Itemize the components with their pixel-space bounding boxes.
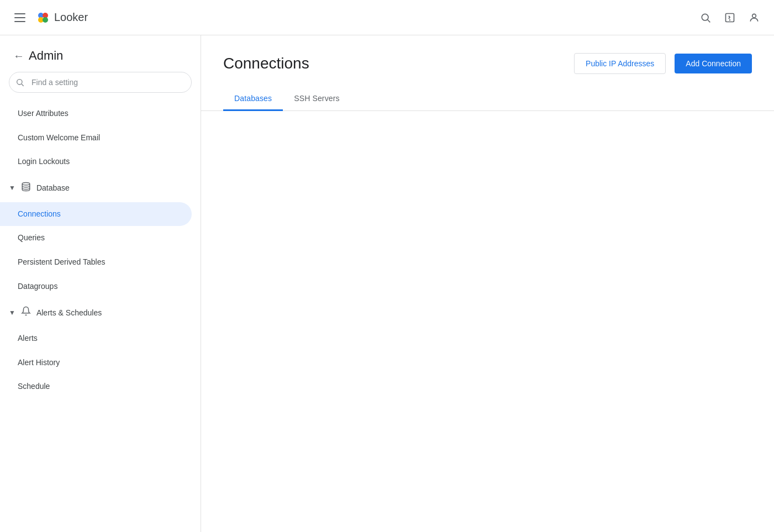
chevron-down-icon: ▼ [9,309,15,317]
sidebar-item-user-attributes[interactable]: User Attributes [0,102,192,126]
sidebar-item-alert-history[interactable]: Alert History [0,351,192,375]
bell-icon [21,306,31,319]
svg-point-9 [17,80,22,85]
sidebar-item-datagroups[interactable]: Datagroups [0,275,192,299]
add-connection-button[interactable]: Add Connection [675,54,752,73]
tab-content [201,111,774,138]
account-icon[interactable] [743,7,765,29]
tab-databases[interactable]: Databases [223,87,283,111]
tab-ssh-servers[interactable]: SSH Servers [283,87,350,111]
search-icon[interactable] [694,7,717,29]
help-icon[interactable] [719,7,741,29]
sidebar-item-persistent-derived-tables[interactable]: Persistent Derived Tables [0,250,192,275]
sidebar-section-alerts-label: Alerts & Schedules [36,308,102,317]
content-header: Connections Public IP Addresses Add Conn… [201,35,774,87]
chevron-down-icon: ▼ [9,184,15,192]
back-arrow-icon: ← [13,50,24,62]
sidebar-item-login-lockouts[interactable]: Login Lockouts [0,150,192,174]
sidebar-item-schedule[interactable]: Schedule [0,375,192,399]
tabs-bar: Databases SSH Servers [201,87,774,111]
sidebar-section-database[interactable]: ▼ Database [0,174,201,202]
sidebar-section-alerts[interactable]: ▼ Alerts & Schedules [0,298,201,326]
svg-point-4 [702,14,708,20]
svg-point-8 [752,14,756,18]
public-ip-button[interactable]: Public IP Addresses [574,53,666,74]
hamburger-icon [14,13,25,22]
logo[interactable]: Looker [35,10,88,25]
sidebar-item-alerts[interactable]: Alerts [0,326,192,351]
looker-logo-svg [35,10,51,25]
sidebar-item-custom-welcome-email[interactable]: Custom Welcome Email [0,126,192,150]
top-nav: Looker [0,0,774,35]
search-box [9,72,192,93]
back-button[interactable]: ← Admin [13,49,63,63]
svg-line-5 [708,19,710,22]
hamburger-menu[interactable] [9,7,31,29]
svg-point-11 [22,182,30,185]
nav-icons [694,7,765,29]
sidebar-nav: User Attributes Custom Welcome Email Log… [0,102,201,532]
sidebar-section-database-label: Database [36,183,70,192]
sidebar: ← Admin User Attributes Custom Welcome E… [0,35,201,532]
search-input[interactable] [9,72,192,93]
logo-text: Looker [54,11,88,24]
svg-point-7 [730,19,730,20]
svg-point-3 [43,17,48,23]
page-title: Connections [223,55,565,72]
sidebar-header: ← Admin [0,35,201,72]
admin-title: Admin [29,49,63,63]
sidebar-item-connections[interactable]: Connections [0,202,192,227]
sidebar-item-queries[interactable]: Queries [0,226,192,250]
svg-line-10 [22,84,24,86]
database-icon [21,182,31,194]
search-icon [15,78,24,87]
main-content: Connections Public IP Addresses Add Conn… [201,35,774,532]
layout: ← Admin User Attributes Custom Welcome E… [0,35,774,532]
